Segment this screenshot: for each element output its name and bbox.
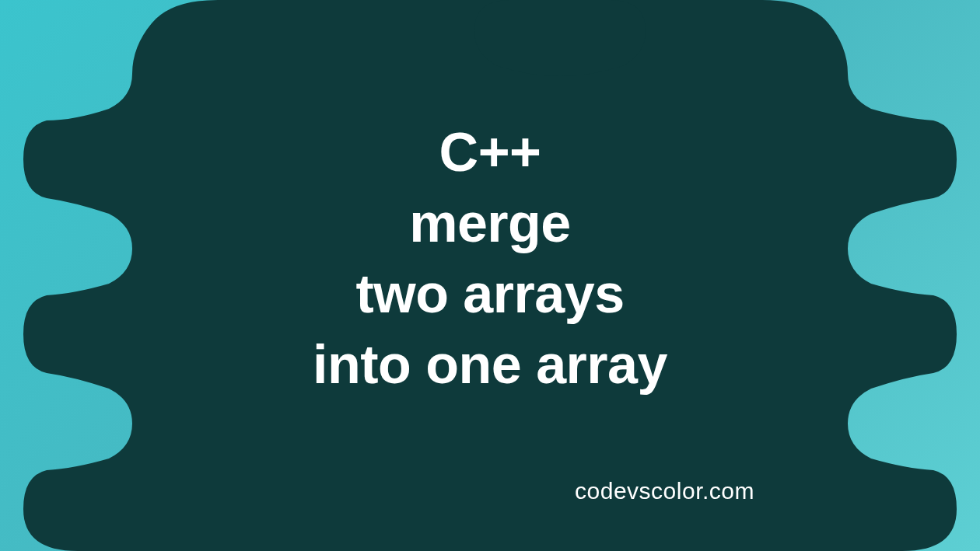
- watermark-text: codevscolor.com: [575, 478, 754, 504]
- title-line-3: two arrays: [237, 259, 743, 330]
- title-line-2: merge: [237, 188, 743, 259]
- title-block: C++ merge two arrays into one array: [237, 117, 743, 400]
- banner-container: C++ merge two arrays into one array code…: [0, 0, 980, 551]
- title-line-4: into one array: [237, 330, 743, 400]
- title-line-1: C++: [237, 117, 743, 188]
